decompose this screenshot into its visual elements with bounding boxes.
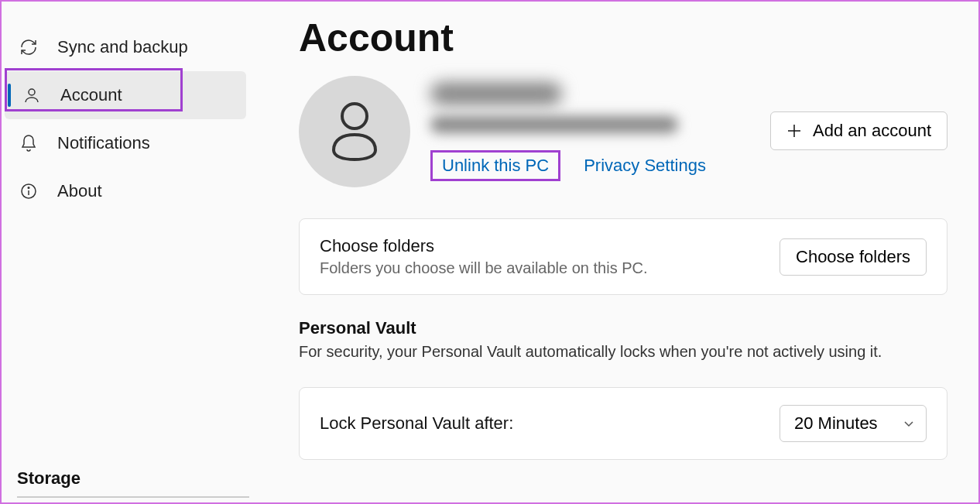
- sync-icon: [19, 37, 39, 57]
- choose-folders-card: Choose folders Folders you choose will b…: [299, 218, 947, 295]
- chevron-down-icon: [903, 417, 915, 430]
- svg-point-0: [29, 89, 35, 95]
- unlink-pc-link[interactable]: Unlink this PC: [430, 150, 560, 181]
- add-account-button[interactable]: Add an account: [770, 111, 947, 150]
- sidebar-item-label: Sync and backup: [57, 37, 188, 57]
- sidebar: Sync and backup Account Notifications Ab…: [2, 2, 249, 502]
- user-email-redacted: [430, 116, 678, 133]
- svg-point-3: [28, 187, 29, 189]
- sidebar-item-label: Account: [60, 85, 122, 105]
- privacy-settings-link[interactable]: Privacy Settings: [584, 156, 706, 176]
- person-icon: [22, 85, 42, 105]
- avatar: [299, 76, 410, 187]
- lock-vault-value: 20 Minutes: [794, 413, 878, 434]
- sidebar-item-label: About: [57, 181, 102, 201]
- lock-vault-dropdown[interactable]: 20 Minutes: [780, 405, 927, 442]
- info-icon: [19, 181, 39, 201]
- svg-point-4: [342, 104, 367, 129]
- main-content: Account Unlink this PC Privacy Settings …: [299, 15, 947, 460]
- personal-vault-title: Personal Vault: [299, 318, 947, 338]
- lock-vault-card: Lock Personal Vault after: 20 Minutes: [299, 387, 947, 460]
- choose-folders-title: Choose folders: [320, 236, 648, 256]
- user-name-redacted: [430, 82, 562, 105]
- choose-folders-desc: Folders you choose will be available on …: [320, 259, 648, 277]
- page-title: Account: [299, 15, 947, 60]
- storage-divider: [17, 496, 249, 498]
- sidebar-item-notifications[interactable]: Notifications: [2, 119, 249, 167]
- profile-row: Unlink this PC Privacy Settings Add an a…: [299, 76, 947, 192]
- add-account-label: Add an account: [813, 121, 931, 141]
- plus-icon: [786, 123, 802, 139]
- storage-section-label: Storage: [17, 468, 81, 489]
- choose-folders-button[interactable]: Choose folders: [780, 238, 927, 276]
- personal-vault-desc: For security, your Personal Vault automa…: [299, 343, 947, 361]
- bell-icon: [19, 133, 39, 153]
- sidebar-item-about[interactable]: About: [2, 167, 249, 215]
- sidebar-item-account[interactable]: Account: [5, 71, 246, 119]
- sidebar-item-label: Notifications: [57, 133, 150, 153]
- sidebar-item-sync-backup[interactable]: Sync and backup: [2, 23, 249, 71]
- lock-vault-label: Lock Personal Vault after:: [320, 413, 513, 434]
